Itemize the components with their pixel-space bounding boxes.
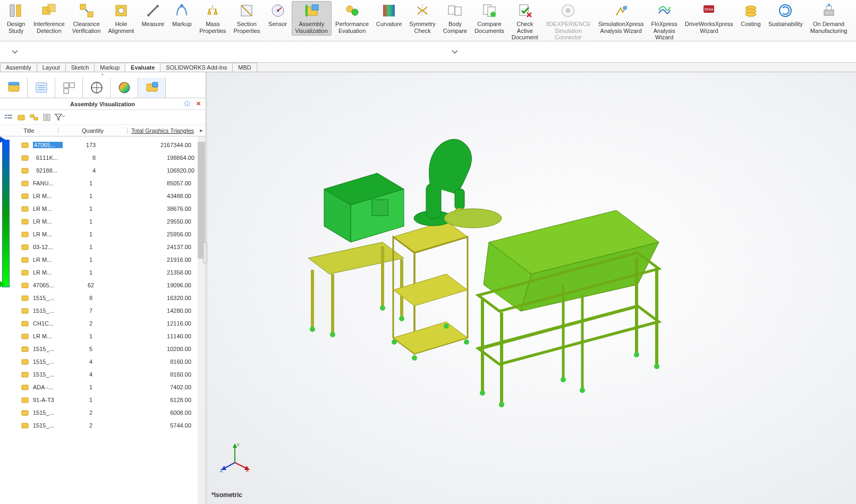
- ribbon-check-active-document[interactable]: Check Active Document: [508, 1, 542, 42]
- ribbon-hole-alignment[interactable]: Hole Alignment: [105, 1, 138, 36]
- table-row[interactable]: 1515_...48160.00: [20, 355, 205, 368]
- row-title: LR M...: [33, 231, 63, 237]
- table-row[interactable]: 47065...6219096.00: [20, 279, 205, 292]
- configurationmanager-tab-icon[interactable]: [55, 78, 83, 98]
- tab-markup[interactable]: Markup: [94, 63, 125, 72]
- assembly-visualization-tab-icon[interactable]: [138, 78, 166, 98]
- svg-point-121: [480, 390, 485, 396]
- row-triangles: 11140.00: [119, 333, 198, 339]
- symmetry-check-icon: [414, 3, 430, 19]
- column-add-icon[interactable]: ▸: [198, 127, 205, 134]
- ribbon-mass-properties[interactable]: Mass Properties: [196, 1, 230, 36]
- color-gradient-bar[interactable]: [2, 140, 10, 287]
- ribbon-curvature[interactable]: Curvature: [372, 1, 405, 29]
- table-row[interactable]: LR M...125956.00: [20, 228, 205, 241]
- table-row[interactable]: 47065...1732167344.00: [20, 139, 205, 151]
- featuremanager-tab-icon[interactable]: [0, 78, 28, 98]
- table-row[interactable]: 1515_...714280.00: [20, 304, 205, 317]
- grouped-icon[interactable]: [29, 112, 39, 123]
- ribbon-markup[interactable]: Markup: [168, 1, 196, 29]
- part-icon: [20, 191, 30, 201]
- column-triangles[interactable]: Total Graphics Triangles: [128, 127, 198, 134]
- table-row[interactable]: 03-12...124137.00: [20, 241, 205, 253]
- ribbon-design-study[interactable]: Design Study: [2, 1, 30, 36]
- ribbon-sustainability[interactable]: Sustainability: [765, 1, 807, 29]
- ribbon-clearance-verification[interactable]: Clearance Verification: [69, 1, 105, 36]
- table-row[interactable]: LR M...138676.00: [20, 202, 205, 215]
- svg-rect-34: [824, 10, 834, 15]
- row-title: LR M...: [33, 218, 63, 225]
- ribbon-measure[interactable]: Measure: [138, 1, 168, 29]
- displaymanager-tab-icon[interactable]: [111, 78, 138, 98]
- svg-rect-81: [22, 411, 28, 415]
- tab-sketch[interactable]: Sketch: [65, 63, 95, 72]
- ribbon-section-properties[interactable]: Section Properties: [230, 1, 264, 36]
- table-row[interactable]: 1515_...510200.00: [20, 343, 205, 355]
- ribbon-dropdown-left-icon[interactable]: [12, 49, 18, 55]
- tab-layout[interactable]: Layout: [37, 63, 66, 72]
- tab-solidworks-add-ins[interactable]: SOLIDWORKS Add-Ins: [160, 63, 233, 72]
- row-quantity: 1: [63, 333, 119, 339]
- row-title: 1515_...: [33, 307, 63, 314]
- column-title[interactable]: Title: [0, 127, 58, 134]
- ribbon-assembly-visualization[interactable]: Assembly Visualization: [292, 1, 332, 36]
- ribbon-interference-detection[interactable]: Interference Detection: [30, 1, 69, 36]
- help-icon[interactable]: ⓘ: [184, 100, 190, 108]
- svg-rect-53: [7, 115, 12, 116]
- scroll-thumb[interactable]: [198, 142, 205, 259]
- row-triangles: 21916.00: [119, 257, 198, 263]
- table-row[interactable]: 1515_...48160.00: [20, 368, 205, 381]
- panel-splitter-handle[interactable]: [203, 242, 207, 263]
- propertymanager-tab-icon[interactable]: [28, 78, 55, 98]
- ribbon-on-demand-manufacturing[interactable]: On Demand Manufacturing: [807, 1, 851, 36]
- table-row[interactable]: CH1C...212116.00: [20, 317, 205, 330]
- table-row[interactable]: FANU...185057.00: [20, 177, 205, 190]
- gradient-bottom-handle-icon[interactable]: [0, 281, 5, 287]
- table-row[interactable]: 1515_...25744.00: [20, 419, 205, 432]
- ribbon-costing[interactable]: Costing: [737, 1, 765, 29]
- table-row[interactable]: 1515_...26008.00: [20, 406, 205, 419]
- filter-icon[interactable]: [54, 112, 65, 123]
- ribbon-symmetry-check[interactable]: Symmetry Check: [405, 1, 439, 36]
- part-icon[interactable]: [16, 112, 27, 123]
- ribbon-label: Section Properties: [233, 21, 260, 34]
- table-row[interactable]: 6111K...8198864.00: [20, 151, 205, 164]
- dimxpertmanager-tab-icon[interactable]: [83, 78, 111, 98]
- svg-rect-42: [64, 83, 69, 88]
- table-row[interactable]: 92188...4106920.00: [20, 164, 205, 177]
- flat-nested-toggle-icon[interactable]: [3, 112, 14, 123]
- table-row[interactable]: 91-A-T316128.00: [20, 394, 205, 406]
- table-row[interactable]: LR M...143488.00: [20, 190, 205, 202]
- tab-evaluate[interactable]: Evaluate: [125, 63, 160, 72]
- ribbon-driveworksxpress[interactable]: DriveDriveWorksXpress Wizard: [681, 1, 737, 36]
- ribbon-compare-documents[interactable]: Compare Documents: [471, 1, 508, 36]
- ribbon-floxpress[interactable]: FloXpress Analysis Wizard: [647, 1, 681, 42]
- ribbon-dropdown-right-icon[interactable]: [452, 49, 458, 55]
- table-row[interactable]: LR M...111140.00: [20, 330, 205, 343]
- table-row[interactable]: LR M...129550.00: [20, 215, 205, 228]
- ribbon-performance-evaluation[interactable]: Performance Evaluation: [332, 1, 372, 36]
- table-row[interactable]: 1515_...816320.00: [20, 292, 205, 304]
- table-row[interactable]: LR M...121358.00: [20, 266, 205, 279]
- ribbon-simulationxpress[interactable]: SimulationXpress Analysis Wizard: [595, 1, 648, 36]
- panel-grip-icon[interactable]: ∘: [0, 72, 205, 78]
- table-row[interactable]: LR M...121916.00: [20, 253, 205, 266]
- row-quantity: 1: [63, 218, 119, 225]
- row-title: 1515_...: [33, 409, 63, 416]
- close-icon[interactable]: ✕: [196, 100, 201, 107]
- gradient-top-handle-icon[interactable]: [0, 136, 5, 143]
- ribbon-body-compare[interactable]: Body Compare: [439, 1, 471, 36]
- table-row[interactable]: ADA -...17402.00: [20, 381, 205, 394]
- tab-assembly[interactable]: Assembly: [0, 63, 37, 72]
- row-triangles: 21358.00: [119, 269, 198, 276]
- vertical-scrollbar[interactable]: [198, 136, 205, 504]
- graphics-viewport[interactable]: Y X Z *Isometric: [207, 72, 856, 504]
- svg-rect-79: [22, 385, 28, 390]
- tab-mbd[interactable]: MBD: [232, 63, 257, 72]
- ribbon-sensor[interactable]: Sensor: [264, 1, 292, 29]
- column-quantity[interactable]: Quantity: [58, 127, 128, 134]
- performance-icon[interactable]: [41, 112, 52, 123]
- svg-point-9: [180, 4, 183, 7]
- orientation-triad-icon[interactable]: Y X Z: [219, 441, 251, 473]
- row-quantity: 8: [66, 155, 122, 161]
